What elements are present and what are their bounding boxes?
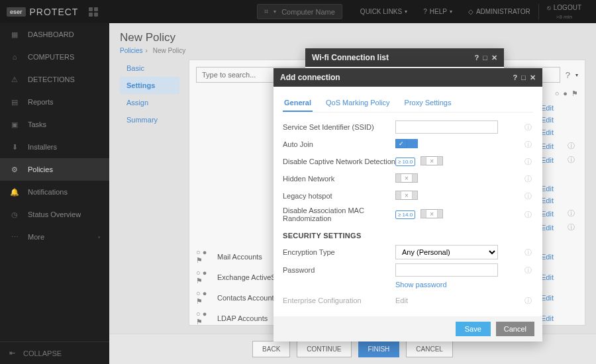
sidebar-item-notifications[interactable]: 🔔Notifications [0, 181, 109, 203]
modal-tab-qos[interactable]: QoS Marking Policy [324, 95, 391, 112]
info-icon[interactable]: ⓘ [522, 157, 533, 167]
section-heading: SECURITY SETTINGS [283, 232, 533, 240]
os-badge: ≥ 14.0 [395, 210, 415, 219]
computer-selector[interactable]: ⌗ ▾ Computer Name [257, 4, 342, 19]
sidebar-item-label: Status Overview [28, 210, 81, 218]
sidebar-item-status[interactable]: ◷Status Overview [0, 203, 109, 226]
modal-title: Wi-fi Connection list [312, 53, 389, 62]
info-icon[interactable]: ⓘ [522, 248, 533, 257]
auto-join-toggle[interactable] [395, 139, 418, 148]
sidebar-item-dashboard[interactable]: ▦DASHBOARD [0, 23, 109, 46]
main: New Policy Policies›New Policy Basic Set… [109, 23, 596, 364]
top-bar: eser PROTECT ⌗ ▾ Computer Name QUICK LIN… [0, 0, 596, 23]
field-label: Hidden Network [283, 175, 395, 183]
quick-links[interactable]: QUICK LINKS▾ [352, 8, 415, 15]
reports-icon: ▤ [9, 97, 20, 107]
close-icon[interactable]: ✕ [491, 54, 497, 62]
collapse-label: COLLAPSE [23, 349, 62, 357]
cancel-button[interactable]: Cancel [496, 322, 534, 336]
sidebar-item-label: Installers [28, 143, 57, 151]
sidebar-item-label: DASHBOARD [28, 30, 74, 38]
status-icon: ◷ [9, 209, 20, 220]
sidebar-item-detections[interactable]: ⚠DETECTIONS [0, 68, 109, 91]
info-icon[interactable]: ⓘ [522, 265, 533, 275]
sidebar-item-more[interactable]: ⋯More› [0, 226, 109, 248]
info-icon[interactable]: ⓘ [522, 140, 533, 150]
sidebar-item-label: COMPUTERS [28, 53, 74, 61]
user-icon: ◇ [468, 8, 473, 15]
brand: eser PROTECT [7, 7, 98, 17]
field-label: Legacy hotspot [283, 192, 395, 200]
legacy-toggle[interactable] [395, 191, 418, 200]
computer-placeholder: Computer Name [281, 8, 335, 16]
field-label: Disable Association MAC Randomization [283, 206, 395, 222]
info-icon[interactable]: ⓘ [522, 122, 533, 132]
field-label: Password [283, 266, 395, 274]
chevron-down-icon: ▾ [450, 9, 452, 15]
chevron-down-icon: ▾ [405, 9, 407, 15]
enterprise-edit: Edit [395, 296, 522, 304]
help-link[interactable]: ?HELP▾ [415, 8, 460, 15]
ssid-input[interactable] [395, 120, 498, 134]
logout-button[interactable]: ⎋LOGOUT >8 min [538, 4, 589, 20]
brand-logo: eser [7, 7, 26, 17]
mac-toggle[interactable] [421, 209, 443, 218]
logout-icon: ⎋ [547, 4, 551, 11]
notifications-icon: 🔔 [9, 187, 20, 197]
logout-timeout: >8 min [556, 14, 572, 20]
monitor-icon: ⌗ [264, 7, 268, 16]
field-label: Service Set Identifier (SSID) [283, 123, 395, 131]
hidden-toggle[interactable] [395, 173, 418, 183]
brand-name: PROTECT [30, 7, 79, 17]
maximize-icon[interactable]: □ [483, 54, 487, 62]
modal-header: Wi-fi Connection list ? □ ✕ [305, 48, 504, 67]
sidebar-item-label: Tasks [28, 120, 46, 128]
close-icon[interactable]: ✕ [530, 73, 536, 82]
encryption-select[interactable]: Any (Personal) [395, 245, 498, 259]
modal-title: Add connection [280, 73, 340, 82]
modal-wifi-list: Wi-fi Connection list ? □ ✕ [305, 48, 504, 68]
detections-icon: ⚠ [9, 74, 20, 85]
sidebar-item-label: Policies [28, 165, 53, 173]
collapse-icon: ⇤ [9, 349, 15, 357]
modal-body: General QoS Marking Policy Proxy Setting… [273, 87, 542, 316]
installers-icon: ⬇ [9, 142, 20, 152]
info-icon[interactable]: ⓘ [522, 296, 533, 306]
chevron-down-icon: ▾ [273, 9, 276, 15]
sidebar-item-label: DETECTIONS [28, 75, 75, 83]
modal-tab-general[interactable]: General [283, 95, 313, 112]
field-label: Enterprise Configuration [283, 296, 395, 304]
info-icon[interactable]: ⓘ [522, 210, 533, 220]
os-badge: ≥ 10.0 [395, 158, 415, 166]
save-button[interactable]: Save [456, 322, 491, 336]
modal-add-connection: Add connection ? □ ✕ General QoS Marking… [273, 68, 542, 341]
field-label: Encryption Type [283, 248, 395, 256]
info-icon[interactable]: ⓘ [522, 191, 533, 201]
sidebar: ▦DASHBOARD ⌂COMPUTERS ⚠DETECTIONS ▤Repor… [0, 23, 109, 364]
sidebar-item-installers[interactable]: ⬇Installers [0, 136, 109, 158]
sidebar-item-computers[interactable]: ⌂COMPUTERS [0, 46, 109, 68]
chevron-right-icon: › [98, 234, 100, 240]
sidebar-item-reports[interactable]: ▤Reports [0, 91, 109, 113]
dashboard-icon: ▦ [9, 29, 20, 40]
collapse-button[interactable]: ⇤COLLAPSE [0, 341, 109, 364]
modal-tab-proxy[interactable]: Proxy Settings [403, 95, 453, 112]
sidebar-item-label: Reports [28, 98, 54, 106]
more-icon: ⋯ [9, 232, 20, 242]
show-password-link[interactable]: Show password [395, 281, 533, 289]
captive-toggle[interactable] [421, 156, 443, 165]
help-icon[interactable]: ? [475, 54, 479, 62]
user-link[interactable]: ◇ADMINISTRATOR [460, 8, 538, 15]
sidebar-item-label: Notifications [28, 188, 68, 196]
computers-icon: ⌂ [9, 52, 20, 62]
sidebar-item-policies[interactable]: ⚙Policies [0, 158, 109, 181]
password-input[interactable] [395, 263, 498, 277]
help-icon[interactable]: ? [513, 73, 518, 81]
field-label: Auto Join [283, 140, 395, 148]
sidebar-item-tasks[interactable]: ▣Tasks [0, 113, 109, 136]
modal-header: Add connection ? □ ✕ [273, 68, 542, 87]
sidebar-item-label: More [28, 233, 44, 241]
info-icon[interactable]: ⓘ [522, 174, 533, 184]
apps-icon[interactable] [89, 7, 98, 17]
maximize-icon[interactable]: □ [521, 73, 526, 81]
